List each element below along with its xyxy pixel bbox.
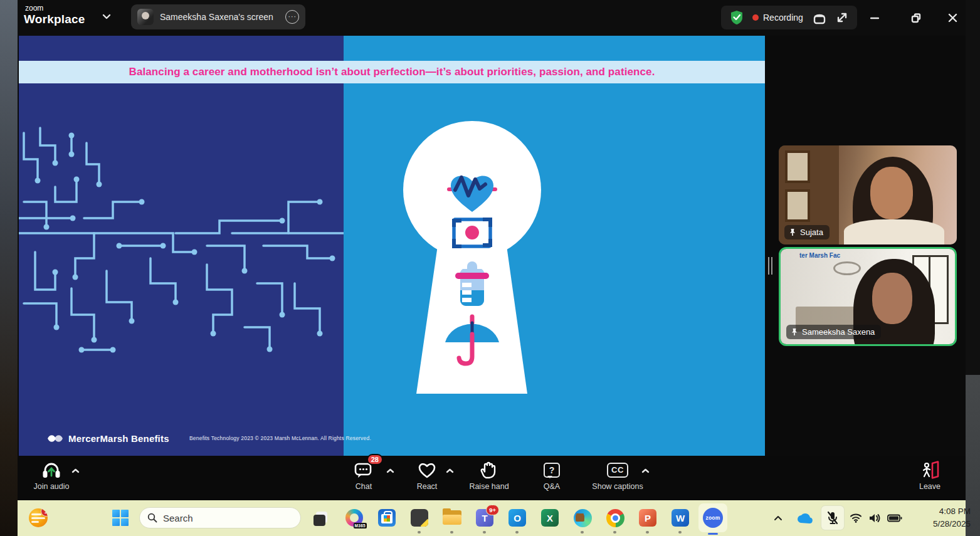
mmb-logo-text: MercerMarsh Benefits [68, 433, 169, 444]
slide-left-panel: MercerMarsh Benefits [19, 36, 344, 456]
react-options-chevron[interactable] [446, 468, 454, 473]
file-explorer-button[interactable] [442, 508, 462, 528]
slide-quote-text: Balancing a career and motherhood isn’t … [129, 66, 655, 78]
clock-date: 5/28/2025 [892, 518, 971, 530]
taskbar-clock[interactable]: 4:08 PM 5/28/2025 [892, 505, 971, 531]
chat-unread-badge: 28 [367, 454, 383, 465]
notepad-button[interactable] [409, 508, 429, 528]
leave-button[interactable]: Leave [895, 460, 964, 497]
raise-hand-button[interactable]: Raise hand [455, 460, 524, 497]
chevron-down-icon[interactable] [102, 14, 111, 19]
widgets-badge: 1 [41, 508, 48, 517]
word-icon: W [672, 509, 689, 527]
tray-overflow-chevron[interactable] [769, 506, 788, 530]
running-indicator [418, 531, 421, 533]
show-captions-label: Show captions [592, 482, 643, 491]
desktop-wallpaper-left [0, 0, 18, 536]
fullscreen-icon[interactable] [836, 11, 848, 24]
join-audio-label: Join audio [34, 482, 70, 491]
excel-button[interactable]: X [540, 508, 560, 528]
powerpoint-button[interactable]: P [638, 508, 658, 528]
audio-options-chevron[interactable] [71, 468, 80, 473]
qa-button[interactable]: ? Q&A [517, 460, 586, 497]
panel-resize-handle[interactable] [768, 257, 774, 275]
zoom-app-icon: zoom [703, 508, 723, 528]
cc-icon: CC [607, 460, 628, 481]
microphone-muted-icon [826, 511, 839, 525]
slide-copyright: Benefits Technology 2023 © 2023 Marsh Mc… [189, 435, 371, 441]
meeting-toolbar: Join audio 28 Chat React [18, 456, 966, 500]
chrome-icon [606, 509, 624, 527]
participant-name-chip: Sujata [784, 225, 830, 239]
react-button[interactable]: React [393, 460, 461, 497]
slide-quote-banner: Balancing a career and motherhood isn’t … [19, 61, 765, 83]
zoom-app-button-active[interactable]: zoom [698, 503, 727, 532]
taskbar-search[interactable]: Search [139, 507, 301, 528]
teams-button[interactable]: T 9+ [475, 508, 495, 528]
desktop-wallpaper-right [966, 0, 980, 536]
active-app-indicator [708, 533, 718, 535]
mic-muted-tray-button[interactable] [821, 506, 844, 530]
mercer-marsh-benefits-logo: MercerMarsh Benefits [47, 433, 169, 444]
running-indicator [581, 531, 584, 533]
maximize-button[interactable] [902, 0, 930, 36]
slide-right-panel [344, 36, 765, 456]
notepad-icon [411, 509, 428, 527]
chrome-button[interactable] [605, 508, 625, 528]
wireless-display-icon[interactable] [812, 11, 827, 24]
folder-icon [443, 510, 461, 525]
shared-screen-tab[interactable]: Sameeksha Saxena's screen ··· [131, 4, 305, 29]
copilot-icon: M365 [345, 509, 363, 527]
task-view-button[interactable] [312, 508, 332, 528]
wifi-tray-button[interactable] [846, 506, 865, 530]
heart-react-icon [417, 460, 437, 481]
close-button[interactable] [938, 0, 967, 36]
widgets-button[interactable]: 1 [28, 508, 48, 528]
running-indicator [678, 531, 682, 533]
running-indicator [483, 531, 486, 533]
minimize-button[interactable] [860, 0, 889, 36]
volume-tray-button[interactable] [865, 506, 884, 530]
onedrive-tray-button[interactable] [794, 506, 815, 530]
outlook-icon: O [508, 509, 526, 527]
windows-logo-icon [112, 510, 129, 526]
video-tile-sujata[interactable]: Sujata [779, 145, 957, 244]
pin-icon [789, 228, 796, 236]
store-icon [378, 509, 396, 527]
join-audio-button[interactable]: Join audio [17, 460, 86, 497]
mmb-logo-mark [47, 433, 63, 444]
brand-zoom: zoom [25, 4, 85, 12]
running-indicator [646, 531, 649, 533]
chat-button[interactable]: 28 Chat [329, 460, 398, 497]
outlook-button[interactable]: O [507, 508, 527, 528]
search-icon [147, 513, 157, 523]
raise-hand-label: Raise hand [469, 482, 508, 491]
shared-screen-tab-label: Sameeksha Saxena's screen [160, 12, 285, 22]
search-placeholder: Search [163, 513, 193, 523]
keyhole-graphic [344, 83, 765, 456]
video-tile-sameeksha-active-speaker[interactable]: ter Marsh Fac Sameeksha Saxena [779, 247, 957, 346]
microsoft-store-button[interactable] [377, 508, 397, 528]
m365-label: M365 [354, 523, 367, 528]
running-indicator [613, 531, 616, 533]
onedrive-cloud-icon [796, 513, 813, 523]
recording-label: Recording [763, 13, 803, 23]
zoom-workplace-window: zoom Workplace Sameeksha Saxena's screen… [0, 0, 980, 536]
show-captions-button[interactable]: CC Show captions [583, 460, 652, 497]
windows-taskbar: 1 Search M365 T 9+ [18, 500, 966, 536]
zoom-workplace-logo: zoom Workplace [24, 4, 85, 25]
teams-icon: T 9+ [476, 509, 493, 527]
word-button[interactable]: W [670, 508, 690, 528]
qa-icon: ? [544, 460, 560, 481]
recording-indicator[interactable]: Recording [752, 13, 803, 23]
copilot-m365-button[interactable]: M365 [344, 508, 364, 528]
running-indicator [515, 531, 519, 533]
security-shield-icon[interactable] [730, 10, 744, 25]
leave-label: Leave [919, 482, 940, 491]
wifi-icon [850, 513, 862, 523]
leave-door-icon [920, 460, 940, 481]
captions-options-chevron[interactable] [641, 468, 650, 473]
more-options-icon[interactable]: ··· [285, 10, 299, 24]
edge-button[interactable] [572, 508, 593, 528]
start-button[interactable] [110, 508, 130, 528]
